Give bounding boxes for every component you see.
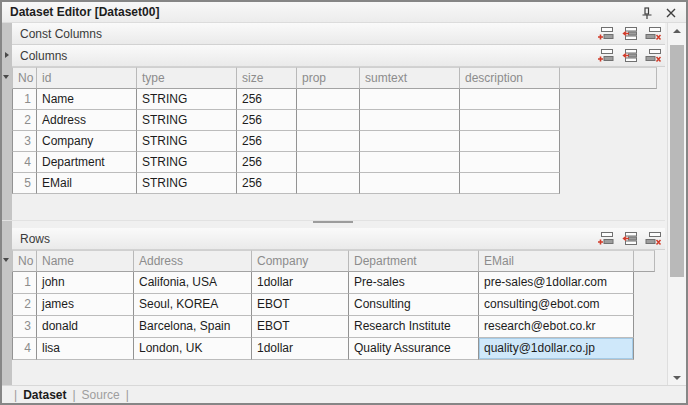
column-header-department[interactable]: Department — [349, 250, 479, 272]
column-header-type[interactable]: type — [137, 67, 237, 89]
cell[interactable]: STRING — [137, 173, 237, 194]
column-header-prop[interactable]: prop — [297, 67, 360, 89]
add-row-button[interactable] — [597, 26, 614, 40]
cell[interactable] — [460, 173, 560, 194]
cell[interactable] — [297, 152, 360, 173]
cell[interactable] — [297, 89, 360, 110]
vertical-scrollbar[interactable] — [667, 23, 686, 385]
column-header-sumtext[interactable]: sumtext — [360, 67, 460, 89]
cell[interactable]: 256 — [237, 131, 297, 152]
cell[interactable]: Quality Assurance — [349, 338, 479, 360]
cell[interactable]: London, UK — [134, 338, 252, 360]
cell[interactable] — [460, 89, 560, 110]
tab-dataset[interactable]: Dataset — [23, 388, 66, 402]
cell[interactable]: STRING — [137, 110, 237, 131]
expand-icon-const-columns[interactable] — [5, 52, 9, 58]
row-number-cell[interactable]: 2 — [12, 110, 37, 131]
cell[interactable] — [460, 110, 560, 131]
bottom-tab-bar: | Dataset | Source | — [2, 385, 686, 403]
insert-row-button[interactable] — [621, 26, 638, 40]
cell[interactable]: 256 — [237, 89, 297, 110]
close-icon[interactable] — [664, 6, 678, 20]
row-number-cell[interactable]: 3 — [12, 316, 37, 338]
row-number-cell[interactable]: 4 — [12, 338, 37, 360]
splitter-grip[interactable] — [313, 221, 353, 223]
cell[interactable]: consulting@ebot.com — [479, 294, 634, 316]
cell[interactable]: john — [37, 272, 134, 294]
column-header-size[interactable]: size — [237, 67, 297, 89]
cell[interactable] — [460, 152, 560, 173]
cell[interactable] — [460, 131, 560, 152]
column-header-no[interactable]: No — [12, 67, 37, 89]
collapse-icon-rows[interactable] — [3, 258, 9, 262]
scroll-up-icon[interactable] — [668, 23, 686, 38]
cell[interactable] — [297, 110, 360, 131]
cell[interactable]: 256 — [237, 173, 297, 194]
cell[interactable]: STRING — [137, 152, 237, 173]
table-row: 1NameSTRING256 — [12, 89, 657, 110]
cell[interactable]: Research Institute — [349, 316, 479, 338]
collapse-icon-columns[interactable] — [3, 75, 9, 79]
cell[interactable]: 1dollar — [252, 338, 349, 360]
column-header-name[interactable]: Name — [37, 250, 134, 272]
cell[interactable]: EBOT — [252, 294, 349, 316]
cell[interactable] — [360, 110, 460, 131]
scrollbar-thumb[interactable] — [670, 45, 684, 277]
cell[interactable]: Pre-sales — [349, 272, 479, 294]
cell[interactable] — [360, 152, 460, 173]
column-header-filler — [560, 67, 657, 89]
cell[interactable]: 1dollar — [252, 272, 349, 294]
section-header-const-columns[interactable]: Const Columns — [12, 23, 665, 45]
tab-source[interactable]: Source — [82, 388, 120, 402]
cell[interactable] — [297, 131, 360, 152]
cell[interactable]: Address — [37, 110, 137, 131]
delete-row-button[interactable] — [645, 48, 662, 62]
cell[interactable]: 256 — [237, 110, 297, 131]
cell[interactable]: Califonia, USA — [134, 272, 252, 294]
delete-row-button[interactable] — [645, 26, 662, 40]
cell[interactable]: Seoul, KOREA — [134, 294, 252, 316]
cell[interactable]: EMail — [37, 173, 137, 194]
row-number-cell[interactable]: 4 — [12, 152, 37, 173]
cell[interactable]: Consulting — [349, 294, 479, 316]
row-number-cell[interactable]: 3 — [12, 131, 37, 152]
cell[interactable]: quality@1dollar.co.jp — [479, 338, 634, 360]
row-number-cell[interactable]: 5 — [12, 173, 37, 194]
cell[interactable]: STRING — [137, 131, 237, 152]
cell[interactable]: pre-sales@1dollar.com — [479, 272, 634, 294]
cell[interactable]: lisa — [37, 338, 134, 360]
scroll-down-icon[interactable] — [668, 370, 686, 385]
cell[interactable]: james — [37, 294, 134, 316]
section-header-columns[interactable]: Columns — [12, 45, 665, 67]
cell[interactable] — [360, 131, 460, 152]
column-header-id[interactable]: id — [37, 67, 137, 89]
cell[interactable]: donald — [37, 316, 134, 338]
row-number-cell[interactable]: 2 — [12, 294, 37, 316]
section-header-rows[interactable]: Rows — [12, 228, 665, 250]
add-row-button[interactable] — [597, 48, 614, 62]
cell[interactable]: EBOT — [252, 316, 349, 338]
cell[interactable]: 256 — [237, 152, 297, 173]
rows-grid: NoNameAddressCompanyDepartmentEMail1john… — [12, 250, 655, 360]
pin-icon[interactable] — [640, 6, 654, 20]
column-header-no[interactable]: No — [12, 250, 37, 272]
cell[interactable]: STRING — [137, 89, 237, 110]
cell[interactable]: Name — [37, 89, 137, 110]
add-row-button[interactable] — [597, 231, 614, 245]
row-number-cell[interactable]: 1 — [12, 89, 37, 110]
column-header-address[interactable]: Address — [134, 250, 252, 272]
column-header-email[interactable]: EMail — [479, 250, 634, 272]
row-number-cell[interactable]: 1 — [12, 272, 37, 294]
cell[interactable] — [360, 173, 460, 194]
cell[interactable]: Barcelona, Spain — [134, 316, 252, 338]
cell[interactable] — [297, 173, 360, 194]
column-header-description[interactable]: description — [460, 67, 560, 89]
insert-row-button[interactable] — [621, 231, 638, 245]
cell[interactable]: Company — [37, 131, 137, 152]
insert-row-button[interactable] — [621, 48, 638, 62]
cell[interactable] — [360, 89, 460, 110]
column-header-company[interactable]: Company — [252, 250, 349, 272]
cell[interactable]: Department — [37, 152, 137, 173]
cell[interactable]: research@ebot.co.kr — [479, 316, 634, 338]
delete-row-button[interactable] — [645, 231, 662, 245]
